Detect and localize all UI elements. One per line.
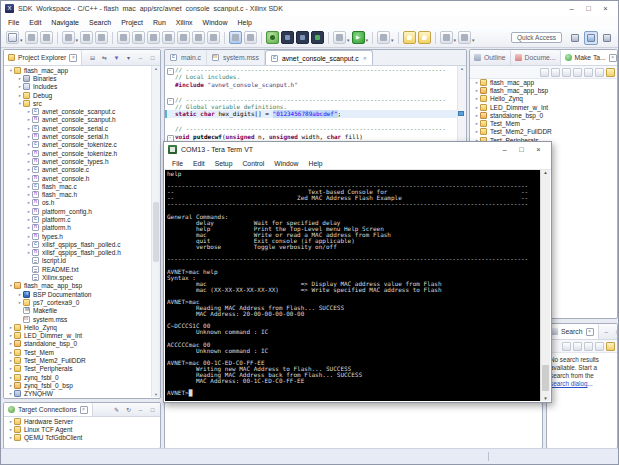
menu-item-run[interactable]: Run xyxy=(148,19,171,26)
terminate-icon[interactable] xyxy=(147,31,160,44)
step-over-icon[interactable] xyxy=(192,31,205,44)
tree-item[interactable]: README.txt xyxy=(5,265,152,273)
sdk-terminal-icon[interactable] xyxy=(296,31,309,44)
tree-item[interactable]: ▸Test_Mem xyxy=(471,119,609,127)
tree-item[interactable]: ▸Test_Peripherals xyxy=(5,365,152,373)
maximize-view-icon[interactable]: □ xyxy=(148,405,157,414)
chat-right-icon[interactable] xyxy=(418,31,431,44)
annotate-icon[interactable] xyxy=(377,31,390,44)
tree-item[interactable]: ▸avnet_console_serial.c xyxy=(5,124,152,132)
terminal-output[interactable]: help -----------------------------------… xyxy=(165,170,541,397)
tree-item[interactable]: ▸Linux TCF Agent xyxy=(5,425,152,433)
tree-item[interactable]: ▸QEMU TcfGdbClient xyxy=(5,434,152,442)
step-into-icon[interactable] xyxy=(177,31,190,44)
maximize-button[interactable]: □ xyxy=(580,3,597,15)
tree-item[interactable]: ▸flash_mac_app_bsp xyxy=(471,86,609,94)
pin-view-icon[interactable] xyxy=(606,342,615,351)
save-icon[interactable] xyxy=(25,31,38,44)
hide-empty-targets-icon[interactable] xyxy=(551,68,560,77)
sdk-perspective-icon[interactable] xyxy=(600,31,614,45)
close-view-icon[interactable] xyxy=(609,54,617,62)
previous-match-icon[interactable] xyxy=(562,342,571,351)
tree-item[interactable]: Xilinx.spec xyxy=(5,273,152,281)
open-perspective-icon[interactable] xyxy=(568,31,582,45)
tree-item[interactable]: ▸flash_mac.h xyxy=(5,190,152,198)
menu-item-edit[interactable]: Edit xyxy=(188,160,210,167)
tree-item[interactable]: ▸platform.h xyxy=(5,224,152,232)
annotate-dropdown-icon[interactable]: ▾ xyxy=(391,37,394,43)
tree-item[interactable]: ▸Test_Mem2_FullDDR xyxy=(5,356,152,364)
run-config-icon[interactable] xyxy=(80,31,93,44)
back-dropdown-icon[interactable]: ▾ xyxy=(454,37,457,43)
tree-item[interactable]: system.mss xyxy=(5,315,152,323)
tree-item[interactable]: ▸xilisf_qspips_flash_polled.c xyxy=(5,240,152,248)
maximize-view-icon[interactable]: □ xyxy=(614,327,618,336)
open-type-icon[interactable] xyxy=(244,31,257,44)
debug-config-dropdown-icon[interactable]: ▾ xyxy=(76,37,79,43)
tab-project-explorer[interactable]: Project Explorer xyxy=(4,50,82,65)
tree-item[interactable]: ▸avnet_console_tokenize.c xyxy=(5,141,152,149)
terminal-screen[interactable]: help -----------------------------------… xyxy=(165,170,541,401)
fold-gutter[interactable]: − xyxy=(165,133,175,140)
new-target-icon[interactable] xyxy=(540,68,549,77)
new-icon[interactable] xyxy=(6,31,19,44)
tree-item[interactable]: ▸Hello_Zynq xyxy=(5,323,152,331)
fold-gutter[interactable]: − xyxy=(165,96,175,103)
tree-item[interactable]: ▸avnet_console_tokenize.h xyxy=(5,149,152,157)
tree-item[interactable]: ▸avnet_console.c xyxy=(5,166,152,174)
tree-item[interactable]: ▸zynq_fsbl_0_bsp xyxy=(5,381,152,389)
tree-item[interactable]: ▸standalone_bsp_0 xyxy=(471,111,609,119)
tree-item[interactable]: ▸xilisf_qspips_flash_polled.h xyxy=(5,249,152,257)
view-menu-icon[interactable]: ▾ xyxy=(124,53,133,62)
tree-item[interactable]: lscript.ld xyxy=(5,257,152,265)
minimize-view-icon[interactable]: – xyxy=(136,405,145,414)
back-icon[interactable] xyxy=(584,68,593,77)
tree-item[interactable]: ▸standalone_bsp_0 xyxy=(5,340,152,348)
tera-term-titlebar[interactable]: COM13 - Tera Term VT –□× xyxy=(164,142,551,157)
close-view-icon[interactable] xyxy=(69,54,77,62)
tree-item[interactable]: ▸Includes xyxy=(5,83,152,91)
save-all-icon[interactable] xyxy=(40,31,53,44)
back-icon[interactable] xyxy=(440,31,453,44)
step-return-icon[interactable] xyxy=(207,31,220,44)
menu-item-search[interactable]: Search xyxy=(84,19,116,26)
tree-item[interactable]: ▸Test_Mem xyxy=(5,348,152,356)
tab-make-targets[interactable]: Make Ta... xyxy=(561,50,618,65)
next-match-icon[interactable] xyxy=(573,342,582,351)
tree-item[interactable]: ▸Test_Mem2_FullDDR xyxy=(471,128,609,136)
maximize-button[interactable]: □ xyxy=(513,144,530,156)
home-icon[interactable] xyxy=(573,68,582,77)
debug-config-icon[interactable] xyxy=(62,31,75,44)
tab-target-connections[interactable]: Target Connections xyxy=(4,403,93,416)
menu-item-window[interactable]: Window xyxy=(269,160,303,167)
tree-item[interactable]: ▸LED_Dimmer_w_Int xyxy=(5,332,152,340)
forward-dropdown-icon[interactable]: ▾ xyxy=(472,37,475,43)
run-dropdown-icon[interactable]: ▾ xyxy=(366,37,369,43)
tree-item[interactable]: ▸avnet_console_serial.h xyxy=(5,132,152,140)
filter-icon[interactable]: ▼ xyxy=(112,53,121,62)
menu-item-edit[interactable]: Edit xyxy=(24,19,46,26)
run-icon[interactable] xyxy=(352,31,365,44)
cpp-perspective-icon[interactable] xyxy=(584,31,598,45)
tree-item[interactable]: ▾src xyxy=(5,99,152,107)
tree-item[interactable]: ▸Hello_Zynq xyxy=(471,95,609,103)
minimize-view-icon[interactable]: – xyxy=(602,327,611,336)
memory-dump-icon[interactable] xyxy=(281,31,294,44)
link-with-editor-icon[interactable] xyxy=(606,68,615,77)
close-button[interactable]: × xyxy=(530,144,547,156)
minimize-button[interactable]: – xyxy=(496,144,513,156)
build-target-icon[interactable] xyxy=(562,68,571,77)
overview-ruler-marker[interactable] xyxy=(458,111,464,116)
tree-item[interactable]: ▸ZYNQHW xyxy=(5,390,152,397)
tree-item[interactable]: ▸avnet_console_scanput.c xyxy=(5,107,152,115)
menu-item-help[interactable]: Help xyxy=(232,19,256,26)
tree-item[interactable]: ▸Debug xyxy=(5,91,152,99)
new-connection-icon[interactable]: ✎ xyxy=(112,405,121,414)
tab-documents[interactable]: Docume... xyxy=(511,50,561,65)
settings-dropdown-icon[interactable]: ▾ xyxy=(347,37,350,43)
menu-item-window[interactable]: Window xyxy=(198,19,233,26)
program-fpga-icon[interactable] xyxy=(311,31,324,44)
forward-icon[interactable] xyxy=(595,68,604,77)
editor-tab-system.mss[interactable]: system.mss xyxy=(207,50,265,65)
editor-tab-avnet_console_scanput.c[interactable]: avnet_console_scanput.c✕ xyxy=(265,50,373,65)
